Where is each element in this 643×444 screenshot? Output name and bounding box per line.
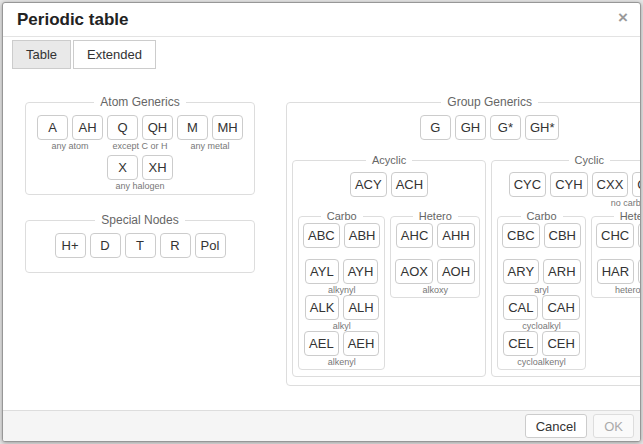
- button-group-label: except C or H: [112, 141, 167, 151]
- button-cyh[interactable]: CYH: [550, 172, 587, 197]
- button-xh[interactable]: XH: [142, 155, 173, 180]
- atom-generics-fieldset: Atom Generics AAHany atomQQHexcept C or …: [25, 95, 255, 195]
- button-ahc[interactable]: AHC: [396, 223, 433, 248]
- button-row: HARHAH: [597, 259, 641, 284]
- button-row: H+DTRPol: [55, 233, 226, 258]
- button-group: ALKALHalkyl: [303, 295, 380, 331]
- button-row: CALCAH: [503, 295, 580, 320]
- button-hplus[interactable]: H+: [55, 233, 86, 258]
- periodic-table-dialog: Periodic table × Table Extended Atom Gen…: [2, 2, 641, 442]
- cyclic-hetero-fieldset: Hetero CHCCHHHARHAHhetero aryl: [591, 210, 641, 298]
- special-nodes-legend: Special Nodes: [95, 213, 184, 227]
- atom-generics-row-2: XXHany halogen: [31, 155, 249, 191]
- button-ayh[interactable]: AYH: [343, 259, 379, 284]
- button-row: AAH: [37, 115, 103, 140]
- button-arh[interactable]: ARH: [543, 259, 580, 284]
- acyclic-hetero-fieldset: Hetero AHCAHHAOXAOHalkoxy: [390, 210, 480, 298]
- button-group-label: alkyl: [333, 321, 351, 331]
- button-cbc[interactable]: CBC: [502, 223, 539, 248]
- button-abh[interactable]: ABH: [344, 223, 381, 248]
- button-row: QQH: [107, 115, 173, 140]
- tab-table[interactable]: Table: [12, 40, 71, 69]
- cyclic-carbo-fieldset: Carbo CBCCBHARYARHarylCALCAHcycloalkylCE…: [497, 210, 586, 370]
- button-group: CALCAHcycloalkyl: [502, 295, 581, 331]
- button-cbh[interactable]: CBH: [544, 223, 581, 248]
- button-row: MMH: [177, 115, 243, 140]
- button-group: HARHAHhetero aryl: [596, 259, 641, 295]
- button-qh[interactable]: QH: [142, 115, 173, 140]
- button-row: ABCABH: [303, 223, 380, 248]
- button-alh[interactable]: ALH: [343, 295, 378, 320]
- acyclic-top-row: ACYACH: [298, 172, 480, 208]
- button-cxh[interactable]: CXH: [632, 172, 641, 197]
- button-row: ACYACH: [350, 172, 428, 197]
- button-row: XXH: [107, 155, 173, 180]
- button-alk[interactable]: ALK: [305, 295, 340, 320]
- button-row: ARYARH: [503, 259, 581, 284]
- cyclic-legend: Cyclic: [569, 154, 610, 166]
- button-m[interactable]: M: [177, 115, 208, 140]
- close-icon[interactable]: ×: [618, 9, 628, 26]
- button-group: AOXAOHalkoxy: [395, 259, 475, 295]
- button-ghstar[interactable]: GH*: [525, 115, 560, 140]
- button-group: CBCCBH: [502, 223, 581, 259]
- button-cah[interactable]: CAH: [542, 295, 579, 320]
- button-hah[interactable]: HAH: [638, 259, 641, 284]
- button-ael[interactable]: AEL: [304, 331, 339, 356]
- button-q[interactable]: Q: [107, 115, 138, 140]
- group-generics-sections: Acyclic ACYACH Carbo ABCABHAYLAYHalkynyl…: [292, 154, 641, 382]
- button-x[interactable]: X: [107, 155, 138, 180]
- button-ceh[interactable]: CEH: [542, 331, 579, 356]
- button-gstar[interactable]: G*: [490, 115, 521, 140]
- button-ahh[interactable]: AHH: [437, 223, 474, 248]
- button-aeh[interactable]: AEH: [343, 331, 380, 356]
- button-chc[interactable]: CHC: [596, 223, 634, 248]
- button-group: G*GH*: [490, 115, 560, 151]
- special-nodes-fieldset: Special Nodes H+DTRPol: [25, 213, 255, 273]
- button-cel[interactable]: CEL: [503, 331, 538, 356]
- cyclic-top-row: CYCCYHCXXCXHno carbon: [497, 172, 641, 208]
- acyclic-sub-columns: Carbo ABCABHAYLAYHalkynylALKALHalkylAELA…: [298, 210, 480, 373]
- cancel-button[interactable]: Cancel: [525, 414, 587, 438]
- dialog-header: Periodic table ×: [3, 3, 640, 37]
- button-group-label: cycloalkenyl: [517, 357, 566, 367]
- button-ary[interactable]: ARY: [503, 259, 540, 284]
- button-ayl[interactable]: AYL: [305, 259, 339, 284]
- acyclic-carbo-legend: Carbo: [321, 210, 363, 222]
- cyclic-sub-columns: Carbo CBCCBHARYARHarylCALCAHcycloalkylCE…: [497, 210, 641, 373]
- atom-generics-legend: Atom Generics: [94, 95, 185, 109]
- ok-button[interactable]: OK: [593, 414, 634, 438]
- button-row: CXXCXH: [592, 172, 641, 197]
- button-mh[interactable]: MH: [212, 115, 243, 140]
- button-acy[interactable]: ACY: [350, 172, 387, 197]
- button-a[interactable]: A: [37, 115, 68, 140]
- button-cxx[interactable]: CXX: [592, 172, 629, 197]
- button-ah[interactable]: AH: [72, 115, 103, 140]
- button-row: CBCCBH: [502, 223, 581, 248]
- button-abc[interactable]: ABC: [303, 223, 340, 248]
- button-group: ARYARHaryl: [502, 259, 581, 295]
- button-d[interactable]: D: [90, 233, 121, 258]
- button-cyc[interactable]: CYC: [509, 172, 546, 197]
- button-r[interactable]: R: [160, 233, 191, 258]
- button-ach[interactable]: ACH: [391, 172, 428, 197]
- button-har[interactable]: HAR: [597, 259, 634, 284]
- group-generics-fieldset: Group Generics GGHG*GH* Acyclic ACYACH C…: [286, 95, 641, 386]
- acyclic-hetero-groups: AHCAHHAOXAOHalkoxy: [393, 223, 477, 295]
- acyclic-fieldset: Acyclic ACYACH Carbo ABCABHAYLAYHalkynyl…: [292, 154, 486, 377]
- tab-extended[interactable]: Extended: [73, 40, 156, 69]
- button-row: AHCAHH: [396, 223, 475, 248]
- button-group-label: no carbon: [611, 198, 641, 208]
- button-chh[interactable]: CHH: [638, 223, 641, 248]
- button-group-label: any halogen: [115, 181, 164, 191]
- button-aoh[interactable]: AOH: [437, 259, 475, 284]
- button-g[interactable]: G: [420, 115, 451, 140]
- button-t[interactable]: T: [125, 233, 156, 258]
- button-cal[interactable]: CAL: [503, 295, 538, 320]
- button-pol[interactable]: Pol: [195, 233, 226, 258]
- button-group-label: cycloalkyl: [522, 321, 561, 331]
- button-aox[interactable]: AOX: [395, 259, 432, 284]
- acyclic-carbo-groups: ABCABHAYLAYHalkynylALKALHalkylAELAEHalke…: [301, 223, 382, 367]
- button-group-label: alkynyl: [328, 285, 356, 295]
- button-gh[interactable]: GH: [455, 115, 486, 140]
